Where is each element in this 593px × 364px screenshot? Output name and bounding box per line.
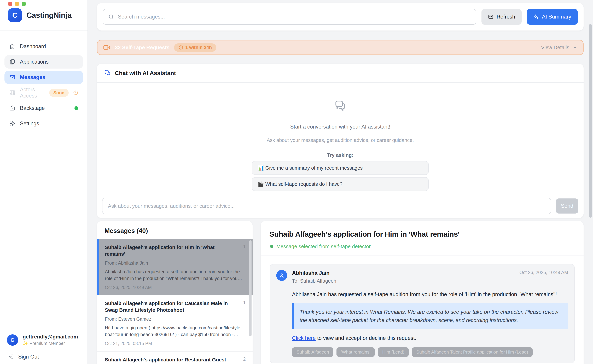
- message-tags: Suhaib Alfageeh 'What remains' Him (Lead…: [292, 347, 568, 357]
- send-button[interactable]: Send: [556, 198, 578, 214]
- gear-icon: [9, 120, 15, 127]
- online-indicator-dot: [74, 106, 78, 110]
- try-asking-label: Try asking:: [97, 152, 584, 158]
- message-from: From: Esteven Gamez: [105, 317, 242, 322]
- cta-suffix: to view and accept or decline this reque…: [316, 335, 416, 341]
- sign-out-label: Sign Out: [18, 354, 39, 360]
- sidebar-item-applications[interactable]: Applications: [5, 55, 83, 69]
- sidebar-item-dashboard[interactable]: Dashboard: [5, 40, 83, 53]
- chat-input-row: Send: [102, 198, 578, 214]
- tag: 'What remains': [336, 347, 375, 357]
- search-icon: [108, 14, 114, 20]
- list-scrollbar[interactable]: [249, 240, 252, 336]
- zoom-button[interactable]: [22, 2, 26, 6]
- close-button[interactable]: [8, 2, 12, 6]
- message-title: Suhaib Alfageeh's application for Restau…: [105, 357, 242, 364]
- sidebar-item-label: Backstage: [20, 105, 45, 111]
- sidebar-item-messages[interactable]: Messages: [5, 71, 83, 84]
- message-count-badge: 1: [243, 244, 246, 249]
- ai-summary-button[interactable]: AI Summary: [527, 9, 578, 25]
- ai-assistant-panel: Chat with AI Assistant Start a conversat…: [97, 64, 584, 218]
- banner-count-pill: 1 within 24h: [174, 43, 216, 52]
- chat-input[interactable]: [102, 198, 551, 214]
- film-icon: [9, 90, 15, 96]
- sign-out-button[interactable]: Sign Out: [8, 354, 39, 360]
- brand-logo: C: [8, 8, 22, 22]
- message-cta: Click here to view and accept or decline…: [292, 335, 568, 341]
- sidebar-item-label: Dashboard: [20, 43, 46, 50]
- message-timestamp: Oct 26, 2025, 10:49 AM: [520, 270, 568, 284]
- empty-state-subtitle: Ask about your messages, get audition ad…: [97, 137, 584, 143]
- sidebar-item-label: Settings: [20, 120, 39, 127]
- suggestion-summary-button[interactable]: 📊 Give me a summary of my recent message…: [252, 161, 429, 175]
- minimize-button[interactable]: [15, 2, 19, 6]
- message-quote: Thank you for your interest in What Rema…: [292, 303, 568, 329]
- sidebar-item-label: Applications: [20, 59, 49, 65]
- page-scrollbar[interactable]: [589, 24, 592, 218]
- ai-assistant-title: Chat with AI Assistant: [115, 70, 176, 76]
- message-date: Oct 26, 2025, 10:49 AM: [105, 285, 242, 290]
- sign-out-icon: [8, 354, 14, 360]
- chevron-down-icon: [573, 45, 578, 50]
- message-from: From: Abhilasha Jain: [105, 260, 242, 266]
- clock-icon: [73, 90, 78, 95]
- message-count-badge: 2: [243, 357, 246, 362]
- top-toolbar: Refresh AI Summary: [97, 3, 584, 31]
- sidebar: C CastingNinja Dashboard Applications Me…: [0, 0, 88, 364]
- chat-bubbles-icon: [104, 69, 111, 77]
- message-preview: Hi! I have a gig open ( https://www.back…: [105, 325, 242, 338]
- video-camera-icon: [103, 44, 111, 51]
- refresh-envelope-icon: [488, 14, 493, 20]
- sender-avatar: [276, 270, 287, 281]
- empty-state-title: Start a conversation with your AI assist…: [97, 124, 584, 130]
- tag: Him (Lead): [378, 347, 409, 357]
- user-profile[interactable]: G gettrendly@gmail.com ✨ Premium Member: [7, 334, 78, 346]
- brand-name: CastingNinja: [27, 11, 72, 20]
- ai-assistant-header: Chat with AI Assistant: [97, 64, 584, 83]
- sender-name: Abhilasha Jain: [292, 270, 336, 276]
- search-input[interactable]: [118, 14, 471, 20]
- user-email: gettrendly@gmail.com: [23, 334, 78, 340]
- applications-icon: [9, 59, 15, 65]
- view-details-label: View Details: [541, 45, 569, 50]
- messages-list-panel: Messages (40) Suhaib Alfageeh's applicat…: [97, 221, 253, 364]
- message-preview: Abhilasha Jain has requested a self-tape…: [105, 268, 242, 282]
- sidebar-item-backstage[interactable]: Backstage: [5, 101, 83, 115]
- divider: [0, 31, 87, 31]
- search-field[interactable]: [103, 9, 476, 25]
- message-title: Suhaib Alfageeh's application for Him in…: [105, 244, 242, 257]
- refresh-label: Refresh: [497, 14, 515, 20]
- message-card: Abhilasha Jain To: Suhaib Alfageeh Oct 2…: [270, 264, 575, 363]
- soon-badge: Soon: [49, 89, 69, 97]
- message-date: Oct 21, 2025, 08:15 PM: [105, 341, 242, 346]
- message-body: Abhilasha Jain has requested a self-tape…: [292, 291, 568, 298]
- messages-list-header: Messages (40): [97, 221, 253, 239]
- clock-icon: [179, 45, 183, 50]
- chat-bubbles-icon: [334, 99, 347, 112]
- message-list-item[interactable]: Suhaib Alfageeh's application for Restau…: [97, 352, 253, 364]
- briefcase-icon: [9, 105, 15, 111]
- status-dot: [270, 245, 273, 248]
- refresh-button[interactable]: Refresh: [481, 9, 522, 25]
- message-list-item[interactable]: Suhaib Alfageeh's application for Him in…: [97, 239, 253, 295]
- message-count-badge: 1: [243, 300, 246, 306]
- detail-title: Suhaib Alfageeh's application for Him in…: [261, 221, 584, 238]
- message-title: Suhaib Alfageeh's application for Caucas…: [105, 300, 242, 313]
- sidebar-item-actors-access[interactable]: Actors Access Soon: [5, 86, 83, 99]
- detail-status: Message selected from self-tape detector: [261, 238, 584, 256]
- click-here-link[interactable]: Click here: [292, 335, 316, 341]
- ai-summary-label: AI Summary: [542, 14, 571, 20]
- person-icon: [279, 273, 285, 278]
- view-details-button[interactable]: View Details: [541, 45, 578, 50]
- status-text: Message selected from self-tape detector: [276, 244, 371, 249]
- avatar-initial: G: [10, 337, 14, 343]
- avatar: G: [7, 334, 18, 346]
- suggestion-selftape-button[interactable]: 🎬 What self-tape requests do I have?: [252, 177, 429, 191]
- banner-title: 32 Self-Tape Requests: [115, 45, 170, 50]
- home-icon: [9, 43, 15, 50]
- sidebar-item-label: Actors Access: [20, 86, 45, 99]
- sidebar-item-settings[interactable]: Settings: [5, 117, 83, 130]
- message-list-item[interactable]: Suhaib Alfageeh's application for Caucas…: [97, 295, 253, 352]
- self-tape-banner[interactable]: 32 Self-Tape Requests 1 within 24h View …: [97, 40, 584, 55]
- envelope-icon: [9, 74, 15, 80]
